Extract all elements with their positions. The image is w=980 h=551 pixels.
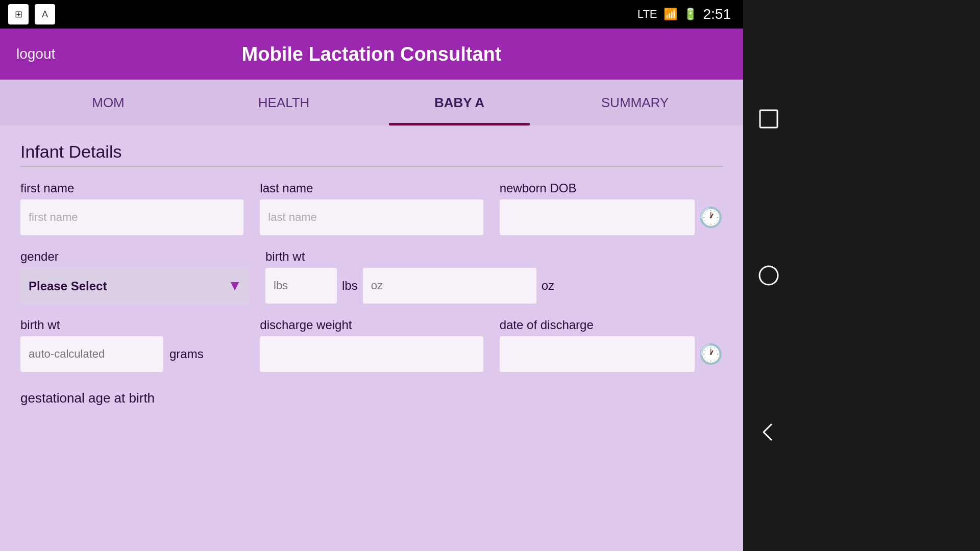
last-name-input[interactable]: [260, 199, 483, 235]
status-bar: ⊞ A LTE 📶 🔋 2:51: [0, 0, 743, 29]
content-area: Infant Details first name last name newb…: [0, 126, 743, 551]
dob-label: newborn DOB: [500, 181, 723, 195]
app-icon-2: A: [35, 4, 55, 24]
tab-bar: MOM HEALTH BABY A SUMMARY: [0, 80, 743, 126]
lbs-unit-label: lbs: [342, 279, 358, 293]
gender-label: gender: [20, 249, 249, 264]
discharge-date-input-group: 🕐: [500, 336, 723, 372]
gestational-age-field: gestational age at birth: [20, 386, 723, 406]
dob-input-group: 🕐: [500, 199, 723, 235]
android-nav-panel: [743, 0, 794, 551]
oz-input[interactable]: [363, 268, 536, 304]
gender-field: gender Please Select Male Female Other ▼: [20, 249, 249, 304]
status-time: 2:51: [703, 6, 731, 22]
date-of-discharge-label: date of discharge: [500, 318, 723, 332]
svg-rect-0: [760, 110, 777, 128]
nav-square-button[interactable]: [753, 104, 784, 134]
birth-wt-inputs: lbs oz: [265, 268, 723, 304]
autocalc-input[interactable]: [20, 336, 163, 372]
name-row: first name last name newborn DOB 🕐: [20, 181, 723, 235]
dob-input[interactable]: [500, 199, 695, 235]
birth-wt-grams-field: birth wt grams: [20, 318, 243, 372]
nav-circle-button[interactable]: [753, 260, 784, 291]
grams-unit-label: grams: [169, 347, 204, 361]
birth-wt-grams-label: birth wt: [20, 318, 243, 332]
section-divider: [20, 166, 723, 167]
date-of-discharge-input[interactable]: [500, 336, 695, 372]
header: logout Mobile Lactation Consultant: [0, 29, 743, 80]
battery-icon: 🔋: [683, 8, 697, 21]
svg-point-1: [760, 266, 778, 285]
dob-field: newborn DOB 🕐: [500, 181, 723, 235]
logout-button[interactable]: logout: [16, 46, 55, 62]
birth-wt-field: birth wt lbs oz: [265, 249, 723, 304]
discharge-weight-label: discharge weight: [260, 318, 483, 332]
grams-discharge-row: birth wt grams discharge weight date of …: [20, 318, 723, 372]
active-tab-indicator: [389, 123, 529, 126]
gestational-row: gestational age at birth: [20, 386, 723, 406]
gender-select-wrapper: Please Select Male Female Other ▼: [20, 268, 249, 304]
first-name-field: first name: [20, 181, 243, 235]
tab-mom[interactable]: MOM: [20, 80, 196, 126]
birth-wt-label: birth wt: [265, 249, 723, 264]
last-name-field: last name: [260, 181, 483, 235]
lbs-input[interactable]: [265, 268, 337, 304]
status-app-icons: ⊞ A: [0, 0, 55, 29]
date-of-discharge-field: date of discharge 🕐: [500, 318, 723, 372]
first-name-label: first name: [20, 181, 243, 195]
app-icon-1: ⊞: [8, 4, 29, 24]
first-name-input[interactable]: [20, 199, 243, 235]
section-title: Infant Details: [20, 142, 723, 162]
grams-input-group: grams: [20, 336, 243, 372]
oz-unit-label: oz: [542, 279, 554, 293]
discharge-clock-icon[interactable]: 🕐: [699, 343, 723, 365]
discharge-weight-field: discharge weight: [260, 318, 483, 372]
discharge-weight-input[interactable]: [260, 336, 483, 372]
gender-select[interactable]: Please Select Male Female Other: [20, 268, 249, 304]
gestational-age-label: gestational age at birth: [20, 390, 723, 406]
right-spacer: [794, 0, 980, 551]
nav-back-button[interactable]: [753, 417, 784, 447]
tab-health[interactable]: HEALTH: [196, 80, 372, 126]
tab-summary[interactable]: SUMMARY: [547, 80, 723, 126]
tab-baby-a[interactable]: BABY A: [372, 80, 547, 126]
app-title: Mobile Lactation Consultant: [242, 43, 502, 65]
lte-icon: LTE: [638, 8, 657, 21]
last-name-label: last name: [260, 181, 483, 195]
signal-icon: 📶: [664, 8, 677, 21]
dob-clock-icon[interactable]: 🕐: [699, 206, 723, 229]
gender-birthwt-row: gender Please Select Male Female Other ▼…: [20, 249, 723, 304]
